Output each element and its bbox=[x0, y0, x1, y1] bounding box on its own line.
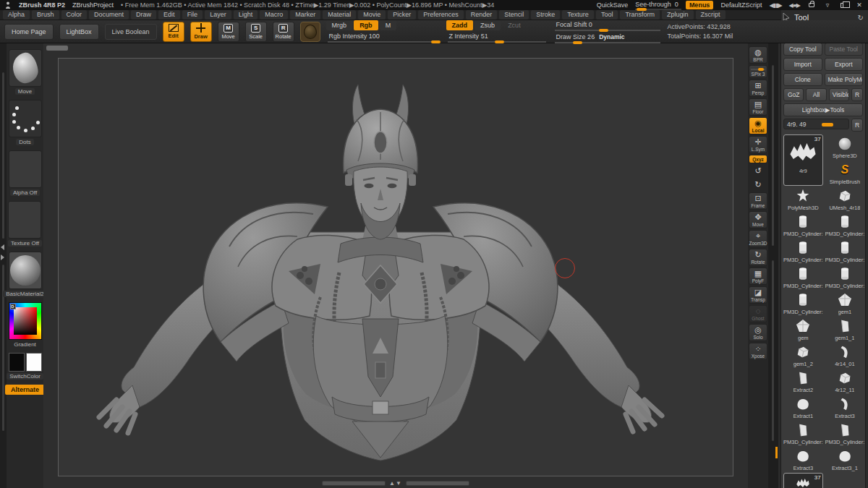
edit-mode-button[interactable]: Edit bbox=[163, 22, 184, 42]
menu-preferences[interactable]: Preferences bbox=[418, 10, 464, 20]
tray-open-arrow-icon[interactable] bbox=[1, 244, 4, 250]
persp-button[interactable]: ⊞Persp bbox=[749, 80, 767, 97]
switch-color-label[interactable]: SwitchColor bbox=[7, 373, 43, 380]
tool-thumb-extract3[interactable]: Extract3 bbox=[783, 447, 823, 472]
stroke-selector[interactable]: Dots bbox=[9, 100, 42, 145]
scale-mode-button[interactable]: S Scale bbox=[245, 22, 267, 42]
local-button[interactable]: ◉Local bbox=[749, 117, 767, 134]
timeline-controls-icon[interactable]: ◀▮▮▶ bbox=[769, 2, 781, 9]
tool-thumb-pm3d-cylinder-[interactable]: PM3D_Cylinder: bbox=[825, 213, 865, 238]
stroke-thumbnail[interactable] bbox=[9, 100, 42, 137]
menu-zscript[interactable]: Zscript bbox=[696, 10, 726, 20]
tool-thumb-pm3d-cylinder-[interactable]: PM3D_Cylinder: bbox=[825, 265, 865, 290]
m-button[interactable]: M bbox=[380, 20, 397, 30]
menu-light[interactable]: Light bbox=[234, 10, 258, 20]
restore-icon[interactable] bbox=[839, 1, 848, 9]
bottom-tray-handle[interactable]: ▲▼ bbox=[322, 480, 469, 487]
export-button[interactable]: Export bbox=[825, 58, 864, 71]
menu-brush[interactable]: Brush bbox=[32, 10, 59, 20]
spinr-button[interactable]: ↻ bbox=[749, 179, 767, 191]
menu-draw[interactable]: Draw bbox=[131, 10, 156, 20]
canvas-scroll-nub[interactable] bbox=[46, 46, 68, 51]
menu-texture[interactable]: Texture bbox=[562, 10, 594, 20]
alternate-button[interactable]: Alternate bbox=[5, 385, 45, 395]
alpha-selector[interactable]: Alpha Off bbox=[9, 150, 42, 196]
clone-button[interactable]: Clone bbox=[783, 73, 822, 86]
solo-button[interactable]: ◎Solo bbox=[749, 324, 767, 341]
tool-thumb-gem[interactable]: gem bbox=[783, 317, 823, 342]
tool-thumb-polymesh3d[interactable]: PolyMesh3D bbox=[783, 187, 823, 212]
menu-alpha[interactable]: Alpha bbox=[3, 10, 30, 20]
r-button[interactable]: R bbox=[851, 88, 863, 101]
copy-tool-button[interactable]: Copy Tool bbox=[783, 43, 822, 56]
dynamic-label[interactable]: Dynamic bbox=[599, 33, 624, 40]
menu-marker[interactable]: Marker bbox=[290, 10, 320, 20]
menu-edit[interactable]: Edit bbox=[158, 10, 180, 20]
menu-tool[interactable]: Tool bbox=[596, 10, 618, 20]
menu-picker[interactable]: Picker bbox=[388, 10, 416, 20]
move-mode-button[interactable]: M Move bbox=[218, 22, 239, 42]
l-sym-button[interactable]: ✛L.Sym bbox=[749, 136, 767, 153]
tool-thumb-simplebrush[interactable]: SSimpleBrush bbox=[825, 160, 865, 186]
material-thumbnail[interactable] bbox=[9, 252, 42, 289]
alternate-toggle[interactable]: Alternate bbox=[5, 385, 45, 395]
main-color-swatch[interactable] bbox=[9, 353, 25, 372]
z-intensity-slider[interactable]: Z Intensity 51 bbox=[446, 32, 548, 43]
tool-thumb-extract1[interactable]: Extract1 bbox=[783, 395, 823, 420]
move-button[interactable]: ✥Move bbox=[749, 211, 767, 228]
polyf-button[interactable]: ▦PolyF bbox=[749, 267, 767, 285]
tool-quicksave-slider[interactable]: 4r9. 49 bbox=[783, 119, 849, 129]
tool-thumb-pm3d-cylinder-[interactable]: PM3D_Cylinder: bbox=[783, 265, 823, 290]
texture-thumbnail[interactable] bbox=[8, 201, 41, 239]
menu-color[interactable]: Color bbox=[61, 10, 88, 20]
focal-shift-slider[interactable]: Focal Shift 0 bbox=[553, 20, 662, 31]
draw-mode-button[interactable]: Draw bbox=[190, 22, 212, 42]
zsub-button[interactable]: Zsub bbox=[475, 20, 501, 30]
rgb-intensity-slider[interactable]: Rgb Intensity 100 bbox=[326, 32, 441, 43]
menu-transform[interactable]: Transform bbox=[620, 10, 660, 20]
right-tray-divider[interactable] bbox=[768, 43, 778, 488]
color-gradient-picker[interactable]: D bbox=[9, 302, 42, 340]
zcut-button[interactable]: Zcut bbox=[502, 20, 527, 30]
tool-thumb-extract3-1[interactable]: Extract3_1 bbox=[825, 447, 865, 472]
lock-icon[interactable] bbox=[807, 1, 816, 9]
xpose-button[interactable]: ⁘Xpose bbox=[749, 343, 767, 360]
material-selector[interactable]: BasicMaterial2 bbox=[3, 252, 46, 297]
page-controls-icon[interactable]: ◀▰▶ bbox=[789, 2, 800, 9]
rgb-button[interactable]: Rgb bbox=[354, 20, 378, 30]
current-material-swatch[interactable] bbox=[300, 22, 320, 42]
menu-material[interactable]: Material bbox=[323, 10, 356, 20]
default-zscript-button[interactable]: DefaultZScript bbox=[720, 1, 762, 9]
viewport-canvas[interactable]: ▲▼ bbox=[43, 43, 748, 488]
tool-slider-r-button[interactable]: R bbox=[851, 119, 863, 132]
all-button[interactable]: All bbox=[806, 88, 826, 101]
menu-macro[interactable]: Macro bbox=[260, 10, 288, 20]
tool-thumb-4r14-01[interactable]: 4r14_01 bbox=[825, 343, 865, 368]
tool-thumb-4r12-11[interactable]: 4r12_11 bbox=[825, 369, 865, 394]
rotate-mode-button[interactable]: R Rotate bbox=[273, 22, 294, 42]
menu-zplugin[interactable]: Zplugin bbox=[662, 10, 694, 20]
minimize-icon[interactable]: ▿ bbox=[823, 1, 832, 9]
tool-thumb-pm3d-cylinder-[interactable]: PM3D_Cylinder: bbox=[825, 421, 865, 446]
zadd-button[interactable]: Zadd bbox=[446, 20, 474, 30]
tool-thumb-4r9[interactable]: 374r9 bbox=[783, 473, 823, 488]
spix-3-button[interactable]: SPix 3 bbox=[749, 65, 767, 78]
goz-button[interactable]: GoZ bbox=[783, 88, 804, 101]
tool-thumb-extract2[interactable]: Extract2 bbox=[783, 369, 823, 394]
menu-document[interactable]: Document bbox=[89, 10, 129, 20]
color-picker[interactable]: D Gradient bbox=[9, 302, 42, 348]
alpha-thumbnail[interactable] bbox=[9, 150, 42, 188]
tool-thumb-4r9[interactable]: 374r9 bbox=[783, 134, 823, 186]
menu-stencil[interactable]: Stencil bbox=[499, 10, 529, 20]
see-through-nub[interactable] bbox=[637, 8, 647, 11]
zoom3d-button[interactable]: ⌖Zoom3D bbox=[749, 230, 767, 247]
visible-button[interactable]: Visible bbox=[829, 88, 849, 101]
bpr-button[interactable]: ◍BPR bbox=[749, 46, 767, 64]
texture-selector[interactable]: Texture Off bbox=[8, 201, 42, 247]
close-icon[interactable]: ✕ bbox=[855, 1, 864, 9]
lightbox-tools-button[interactable]: Lightbox▶Tools bbox=[783, 103, 863, 116]
spinl-button[interactable]: ↺ bbox=[749, 165, 767, 177]
home-page-button[interactable]: Home Page bbox=[4, 24, 54, 40]
tool-thumb-pm3d-cylinder-[interactable]: PM3D_Cylinder: bbox=[783, 291, 823, 316]
menu-render[interactable]: Render bbox=[466, 10, 498, 20]
